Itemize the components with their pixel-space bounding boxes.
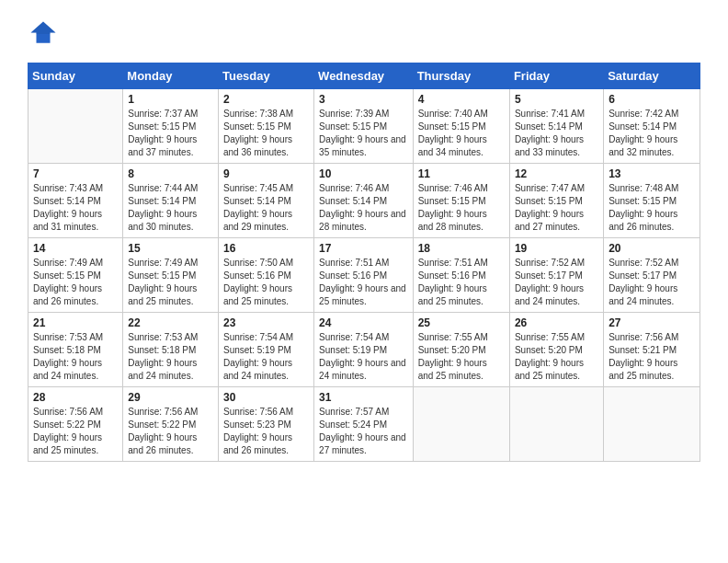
- day-number: 14: [33, 242, 118, 255]
- sunrise-time: Sunrise: 7:45 AM: [223, 182, 309, 195]
- table-row: 10Sunrise: 7:46 AMSunset: 5:14 PMDayligh…: [314, 164, 414, 238]
- calendar-week-row: 28Sunrise: 7:56 AMSunset: 5:22 PMDayligh…: [28, 387, 700, 462]
- table-row: 17Sunrise: 7:51 AMSunset: 5:16 PMDayligh…: [314, 238, 414, 313]
- calendar-week-row: 7Sunrise: 7:43 AMSunset: 5:14 PMDaylight…: [28, 164, 700, 238]
- day-number: 15: [128, 242, 213, 255]
- daylight-hours: Daylight: 9 hours and 32 minutes.: [609, 133, 695, 159]
- sunset-time: Sunset: 5:14 PM: [223, 195, 309, 208]
- sunrise-time: Sunrise: 7:52 AM: [609, 257, 695, 270]
- daylight-hours: Daylight: 9 hours and 28 minutes.: [418, 208, 505, 234]
- daylight-hours: Daylight: 9 hours and 33 minutes.: [515, 133, 598, 159]
- sunset-time: Sunset: 5:21 PM: [609, 344, 695, 357]
- day-info: Sunrise: 7:41 AMSunset: 5:14 PMDaylight:…: [515, 108, 598, 159]
- daylight-hours: Daylight: 9 hours and 26 minutes.: [33, 282, 118, 308]
- sunrise-time: Sunrise: 7:50 AM: [223, 257, 309, 270]
- daylight-hours: Daylight: 9 hours and 26 minutes.: [609, 208, 695, 234]
- table-row: 1Sunrise: 7:37 AMSunset: 5:15 PMDaylight…: [123, 89, 219, 164]
- day-number: 22: [128, 316, 213, 329]
- daylight-hours: Daylight: 9 hours and 27 minutes.: [319, 431, 408, 457]
- day-info: Sunrise: 7:44 AMSunset: 5:14 PMDaylight:…: [128, 182, 213, 234]
- table-row: 19Sunrise: 7:52 AMSunset: 5:17 PMDayligh…: [509, 238, 603, 313]
- table-row: 25Sunrise: 7:55 AMSunset: 5:20 PMDayligh…: [413, 313, 509, 387]
- day-number: 23: [223, 316, 309, 329]
- table-row: 24Sunrise: 7:54 AMSunset: 5:19 PMDayligh…: [314, 313, 414, 387]
- day-info: Sunrise: 7:51 AMSunset: 5:16 PMDaylight:…: [319, 257, 408, 308]
- sunrise-time: Sunrise: 7:54 AM: [319, 331, 408, 344]
- table-row: 16Sunrise: 7:50 AMSunset: 5:16 PMDayligh…: [218, 238, 313, 313]
- sunset-time: Sunset: 5:15 PM: [418, 121, 505, 133]
- day-number: 17: [319, 242, 408, 255]
- day-number: 18: [418, 242, 505, 255]
- daylight-hours: Daylight: 9 hours and 24 minutes.: [319, 357, 408, 383]
- daylight-hours: Daylight: 9 hours and 35 minutes.: [319, 133, 408, 159]
- sunrise-time: Sunrise: 7:56 AM: [128, 406, 213, 419]
- daylight-hours: Daylight: 9 hours and 25 minutes.: [128, 282, 213, 308]
- day-info: Sunrise: 7:48 AMSunset: 5:15 PMDaylight:…: [609, 182, 695, 234]
- calendar-header-row: Sunday Monday Tuesday Wednesday Thursday…: [28, 63, 700, 89]
- day-number: 24: [319, 316, 408, 329]
- day-number: 25: [418, 316, 505, 329]
- sunrise-time: Sunrise: 7:43 AM: [33, 182, 118, 195]
- day-number: 29: [128, 391, 213, 404]
- sunrise-time: Sunrise: 7:49 AM: [33, 257, 118, 270]
- daylight-hours: Daylight: 9 hours and 25 minutes.: [319, 282, 408, 308]
- day-number: 3: [319, 93, 408, 106]
- table-row: [28, 89, 123, 164]
- day-info: Sunrise: 7:46 AMSunset: 5:14 PMDaylight:…: [319, 182, 408, 234]
- col-wednesday: Wednesday: [314, 63, 414, 89]
- sunset-time: Sunset: 5:19 PM: [223, 344, 309, 357]
- sunset-time: Sunset: 5:15 PM: [609, 195, 695, 208]
- table-row: 13Sunrise: 7:48 AMSunset: 5:15 PMDayligh…: [604, 164, 700, 238]
- day-number: 19: [515, 242, 598, 255]
- day-number: 30: [223, 391, 309, 404]
- day-info: Sunrise: 7:54 AMSunset: 5:19 PMDaylight:…: [223, 331, 309, 383]
- sunset-time: Sunset: 5:23 PM: [223, 419, 309, 431]
- sunrise-time: Sunrise: 7:38 AM: [223, 108, 309, 121]
- sunset-time: Sunset: 5:14 PM: [319, 195, 408, 208]
- sunrise-time: Sunrise: 7:53 AM: [128, 331, 213, 344]
- sunrise-time: Sunrise: 7:37 AM: [128, 108, 213, 121]
- table-row: 26Sunrise: 7:55 AMSunset: 5:20 PMDayligh…: [509, 313, 603, 387]
- sunrise-time: Sunrise: 7:46 AM: [418, 182, 505, 195]
- daylight-hours: Daylight: 9 hours and 25 minutes.: [515, 357, 598, 383]
- sunset-time: Sunset: 5:14 PM: [515, 121, 598, 133]
- header: [28, 18, 700, 50]
- sunrise-time: Sunrise: 7:51 AM: [319, 257, 408, 270]
- sunrise-time: Sunrise: 7:56 AM: [33, 406, 118, 419]
- table-row: 8Sunrise: 7:44 AMSunset: 5:14 PMDaylight…: [123, 164, 219, 238]
- day-info: Sunrise: 7:49 AMSunset: 5:15 PMDaylight:…: [128, 257, 213, 308]
- day-info: Sunrise: 7:52 AMSunset: 5:17 PMDaylight:…: [609, 257, 695, 308]
- daylight-hours: Daylight: 9 hours and 28 minutes.: [319, 208, 408, 234]
- sunrise-time: Sunrise: 7:47 AM: [515, 182, 598, 195]
- day-info: Sunrise: 7:51 AMSunset: 5:16 PMDaylight:…: [418, 257, 505, 308]
- table-row: 23Sunrise: 7:54 AMSunset: 5:19 PMDayligh…: [218, 313, 313, 387]
- daylight-hours: Daylight: 9 hours and 27 minutes.: [515, 208, 598, 234]
- day-info: Sunrise: 7:55 AMSunset: 5:20 PMDaylight:…: [515, 331, 598, 383]
- day-number: 2: [223, 93, 309, 106]
- day-number: 7: [33, 167, 118, 180]
- table-row: 30Sunrise: 7:56 AMSunset: 5:23 PMDayligh…: [218, 387, 313, 462]
- daylight-hours: Daylight: 9 hours and 24 minutes.: [515, 282, 598, 308]
- day-number: 20: [609, 242, 695, 255]
- day-info: Sunrise: 7:49 AMSunset: 5:15 PMDaylight:…: [33, 257, 118, 308]
- day-info: Sunrise: 7:43 AMSunset: 5:14 PMDaylight:…: [33, 182, 118, 234]
- daylight-hours: Daylight: 9 hours and 37 minutes.: [128, 133, 213, 159]
- table-row: 18Sunrise: 7:51 AMSunset: 5:16 PMDayligh…: [413, 238, 509, 313]
- sunrise-time: Sunrise: 7:39 AM: [319, 108, 408, 121]
- sunrise-time: Sunrise: 7:53 AM: [33, 331, 118, 344]
- day-number: 4: [418, 93, 505, 106]
- sunset-time: Sunset: 5:15 PM: [128, 270, 213, 282]
- day-info: Sunrise: 7:55 AMSunset: 5:20 PMDaylight:…: [418, 331, 505, 383]
- day-info: Sunrise: 7:38 AMSunset: 5:15 PMDaylight:…: [223, 108, 309, 159]
- logo: [28, 18, 57, 50]
- table-row: 3Sunrise: 7:39 AMSunset: 5:15 PMDaylight…: [314, 89, 414, 164]
- daylight-hours: Daylight: 9 hours and 29 minutes.: [223, 208, 309, 234]
- calendar-week-row: 21Sunrise: 7:53 AMSunset: 5:18 PMDayligh…: [28, 313, 700, 387]
- day-info: Sunrise: 7:45 AMSunset: 5:14 PMDaylight:…: [223, 182, 309, 234]
- col-friday: Friday: [509, 63, 603, 89]
- col-tuesday: Tuesday: [218, 63, 313, 89]
- sunset-time: Sunset: 5:15 PM: [515, 195, 598, 208]
- table-row: 6Sunrise: 7:42 AMSunset: 5:14 PMDaylight…: [604, 89, 700, 164]
- day-info: Sunrise: 7:56 AMSunset: 5:22 PMDaylight:…: [128, 406, 213, 457]
- sunrise-time: Sunrise: 7:52 AM: [515, 257, 598, 270]
